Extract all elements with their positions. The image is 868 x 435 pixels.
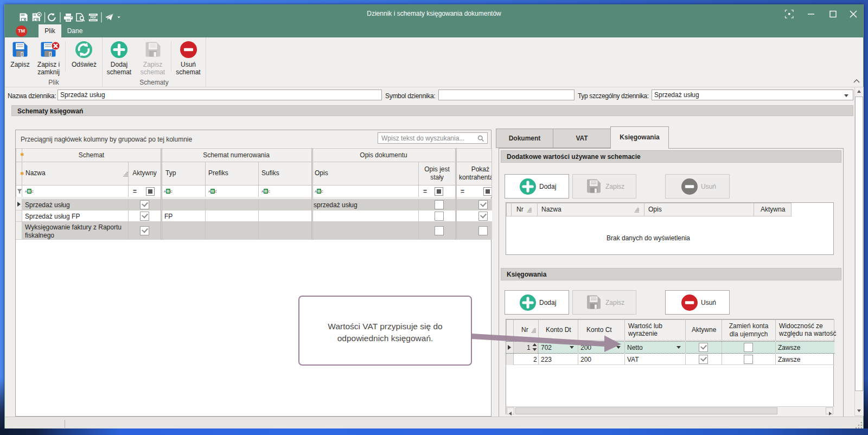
svg-text:PDF: PDF: [90, 16, 96, 19]
